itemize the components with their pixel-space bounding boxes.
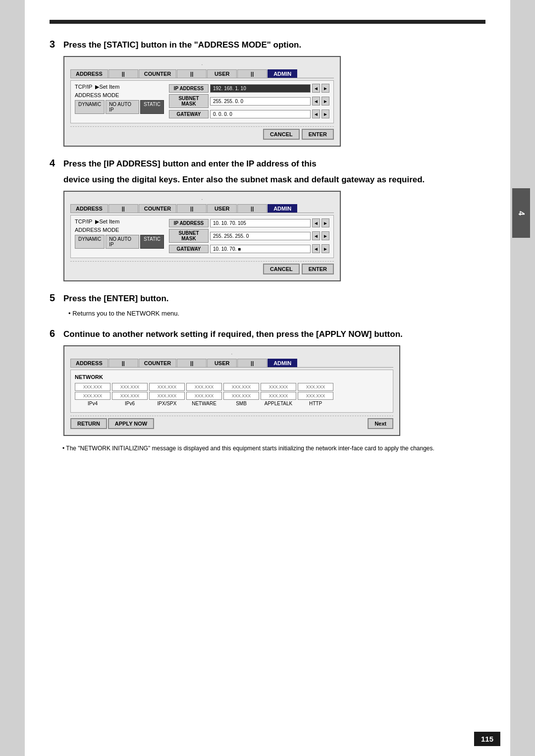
screen1-right: IP ADDRESS 192. 168. 1. 10 ◄ ► SUBNET MA… (169, 84, 329, 120)
btn-dynamic-1[interactable]: DYNAMIC (75, 100, 105, 114)
arrow-left-1b[interactable]: ◄ (312, 97, 320, 106)
network-box-ipxspx-bot: XXX.XXX (149, 392, 185, 400)
network-box-ipv4-bot: XXX.XXX (75, 392, 110, 400)
network-item-http: XXX.XXX XXX.XXX HTTP (298, 383, 333, 406)
tab-counter-1[interactable]: COUNTER (139, 69, 176, 78)
step3-num: 3 (50, 39, 60, 50)
screen2-mockup: · ADDRESS || COUNTER || USER || ADMIN TC… (63, 191, 341, 281)
screen1-mode-buttons: DYNAMIC NO AUTO IP STATIC (75, 100, 164, 114)
step4-block: 4 Press the [IP ADDRESS] button and ente… (50, 158, 485, 281)
tab-user-3[interactable]: USER (207, 359, 237, 367)
return-btn[interactable]: RETURN (70, 418, 107, 429)
screen3-mockup: · ADDRESS || COUNTER || USER || ADMIN NE… (63, 345, 400, 436)
tab-admin-1[interactable]: ADMIN (268, 69, 297, 78)
network-box-netware-top: XXX.XXX (186, 383, 222, 391)
network-box-appletalk-bot: XXX.XXX (261, 392, 296, 400)
screen3-tab-bar: ADDRESS || COUNTER || USER || ADMIN (70, 359, 393, 368)
network-item-label-smb: SMB (236, 401, 247, 406)
subnet-label-1: SUBNET MASK (169, 94, 209, 108)
screen2-left: TCP/IP ▶Set Item ADDRESS MODE DYNAMIC NO… (75, 218, 164, 255)
arrow-left-2a[interactable]: ◄ (312, 218, 320, 227)
network-bottom: RETURN APPLY NOW Next (70, 416, 393, 429)
arrow-right-1b[interactable]: ► (321, 97, 329, 106)
screen2-content: TCP/IP ▶Set Item ADDRESS MODE DYNAMIC NO… (70, 215, 334, 258)
network-box-smb-top: XXX.XXX (223, 383, 259, 391)
network-item-label-netware: NETWARE (192, 401, 216, 406)
tab-separator-2b: || (177, 204, 207, 213)
arrow-right-2b[interactable]: ► (321, 231, 329, 240)
step4-heading: 4 Press the [IP ADDRESS] button and ente… (50, 158, 485, 169)
screen2-tcpip: TCP/IP ▶Set Item (75, 218, 164, 225)
arrow-left-2b[interactable]: ◄ (312, 231, 320, 240)
btn-static-2[interactable]: STATIC (140, 235, 164, 249)
step6-num: 6 (50, 328, 60, 339)
network-item-label-ipxspx: IPX/SPX (158, 401, 177, 406)
btn-noautoip-1[interactable]: NO AUTO IP (106, 100, 139, 114)
network-box-netware-bot: XXX.XXX (186, 392, 222, 400)
btn-dynamic-2[interactable]: DYNAMIC (75, 235, 105, 249)
step6-block: 6 Continue to another network setting if… (50, 328, 485, 452)
ip-row-1-3: GATEWAY 0. 0. 0. 0 ◄ ► (169, 109, 329, 118)
tab-address-2[interactable]: ADDRESS (70, 204, 108, 213)
tab-counter-2[interactable]: COUNTER (139, 204, 176, 213)
tab-address-3[interactable]: ADDRESS (70, 359, 108, 367)
enter-btn-1[interactable]: ENTER (302, 129, 334, 140)
network-item-smb: XXX.XXX XXX.XXX SMB (223, 383, 259, 406)
ip-label-1: IP ADDRESS (169, 84, 209, 93)
screen2-right: IP ADDRESS 10. 10. 70. 105 ◄ ► SUBNET MA… (169, 218, 329, 255)
network-grid: XXX.XXX XXX.XXX IPv4 XXX.XXX XXX.XXX IPv… (75, 383, 389, 406)
footnote: • The "NETWORK INITIALIZING" message is … (57, 445, 485, 452)
step3-heading: 3 Press the [STATIC] button in the "ADDR… (50, 39, 485, 50)
arrow-left-1[interactable]: ◄ (312, 84, 320, 93)
cancel-btn-1[interactable]: CANCEL (263, 129, 300, 140)
tab-user-1[interactable]: USER (207, 69, 237, 78)
ip-row-1-1: IP ADDRESS 192. 168. 1. 10 ◄ ► (169, 84, 329, 93)
network-item-ipxspx: XXX.XXX XXX.XXX IPX/SPX (149, 383, 185, 406)
tab-admin-2[interactable]: ADMIN (268, 204, 297, 213)
network-item-label-ipv4: IPv4 (88, 401, 98, 406)
btn-static-1[interactable]: STATIC (140, 100, 164, 114)
tab-address-1[interactable]: ADDRESS (70, 69, 108, 78)
screen1-left: TCP/IP ▶Set Item ADDRESS MODE DYNAMIC NO… (75, 84, 164, 120)
screen1-dot: · (70, 62, 334, 67)
network-box-smb-bot: XXX.XXX (223, 392, 259, 400)
network-item-label-appletalk: APPLETALK (265, 401, 293, 406)
network-box-http-top: XXX.XXX (298, 383, 333, 391)
screen1-tab-bar: ADDRESS || COUNTER || USER || ADMIN (70, 69, 334, 78)
arrow-left-1c[interactable]: ◄ (312, 109, 320, 118)
arrow-right-2a[interactable]: ► (321, 218, 329, 227)
arrow-left-2c[interactable]: ◄ (312, 244, 320, 253)
step5-num: 5 (50, 292, 60, 304)
tab-separator-3c: || (237, 359, 267, 367)
step3-text: Press the [STATIC] button in the "ADDRES… (63, 40, 301, 50)
btn-noautoip-2[interactable]: NO AUTO IP (106, 235, 139, 249)
subnet-label-2: SUBNET MASK (169, 229, 209, 243)
step6-heading: 6 Continue to another network setting if… (50, 328, 485, 339)
cancel-btn-2[interactable]: CANCEL (263, 264, 300, 274)
arrow-right-2c[interactable]: ► (321, 244, 329, 253)
subnet-value-2: 255. 255. 255. 0 (210, 232, 311, 240)
apply-now-btn[interactable]: APPLY NOW (108, 418, 154, 429)
step6-text: Continue to another network setting if r… (63, 329, 403, 339)
side-tab: 4 (512, 188, 530, 238)
next-btn[interactable]: Next (368, 418, 393, 429)
ip-value-1: 192. 168. 1. 10 (210, 84, 311, 93)
tab-admin-3[interactable]: ADMIN (268, 359, 297, 367)
network-label: NETWORK (75, 374, 389, 380)
arrow-right-1c[interactable]: ► (321, 109, 329, 118)
page-number: 115 (474, 732, 500, 746)
tab-counter-3[interactable]: COUNTER (139, 359, 176, 367)
screen2-address-mode-label: ADDRESS MODE (75, 227, 164, 233)
screen2-tab-bar: ADDRESS || COUNTER || USER || ADMIN (70, 204, 334, 213)
gateway-value-2: 10. 10. 70. ■ (210, 245, 311, 253)
subnet-value-1: 255. 255. 0. 0 (210, 97, 311, 106)
arrow-right-1[interactable]: ► (321, 84, 329, 93)
tab-separator-1c: || (237, 69, 267, 78)
page-container: 3 Press the [STATIC] button in the "ADDR… (25, 0, 510, 756)
tab-user-2[interactable]: USER (207, 204, 237, 213)
enter-btn-2[interactable]: ENTER (302, 264, 334, 274)
gateway-label-1: GATEWAY (169, 110, 209, 118)
network-box-http-bot: XXX.XXX (298, 392, 333, 400)
network-item-label-ipv6: IPv6 (125, 401, 135, 406)
network-box-appletalk-top: XXX.XXX (261, 383, 296, 391)
